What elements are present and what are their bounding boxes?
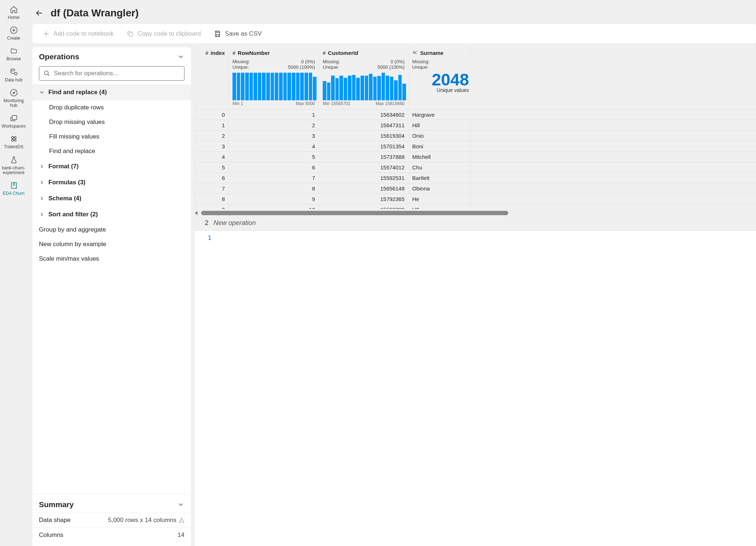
summary-label: Columns: [39, 531, 63, 539]
nav-label: Workspaces: [2, 124, 26, 129]
svg-point-11: [44, 71, 48, 75]
cell-customerid: 15592389: [319, 204, 409, 209]
histogram-bar: [356, 78, 360, 100]
table-row[interactable]: 91015592389H?: [195, 204, 756, 209]
code-editor[interactable]: 1: [195, 230, 756, 546]
cell-rownumber: 6: [229, 162, 319, 172]
stats-customerid: Missing:0 (0%) Unique:5000 (100%): [319, 57, 409, 71]
group-label: Find and replace (4): [48, 89, 107, 96]
step-number: 2: [205, 219, 208, 227]
page-title: df (Data Wrangler): [51, 7, 139, 19]
histogram-bar: [254, 73, 257, 100]
group-find-replace[interactable]: Find and replace (4): [32, 84, 191, 100]
histogram-bar: [266, 73, 270, 100]
histogram-bar: [331, 76, 335, 100]
operations-collapse[interactable]: [177, 53, 184, 60]
histogram-bar: [262, 73, 266, 100]
title-bar: df (Data Wrangler): [27, 0, 756, 24]
op-group-by[interactable]: Group by and aggregate: [32, 222, 191, 237]
histogram-bar: [348, 76, 351, 100]
histogram-rownumber: [229, 71, 319, 100]
col-header-rownumber[interactable]: #RowNumber: [229, 47, 319, 57]
horizontal-scrollbar[interactable]: [195, 210, 756, 216]
nav-item-home[interactable]: Home: [1, 3, 26, 22]
cell-customerid: 15574012: [319, 162, 409, 172]
cell-rownumber: 1: [229, 109, 319, 120]
op-scale-minmax[interactable]: Scale min/max values: [32, 252, 191, 266]
button-label: Copy code to clipboard: [138, 30, 201, 37]
data-rows: 0115634602Hargrave1215647311Hill23156193…: [195, 109, 756, 209]
col-header-index[interactable]: #index: [195, 47, 229, 57]
vertical-nav: Home Create Browse Data hub Monitoring h…: [0, 0, 27, 546]
table-row[interactable]: 5615574012Chu: [195, 162, 756, 172]
cell-rownumber: 10: [229, 204, 319, 209]
op-fill-missing[interactable]: Fill missing values: [32, 129, 191, 144]
nav-label: Browse: [6, 57, 21, 61]
beaker-icon: [10, 156, 18, 164]
group-sort-filter[interactable]: Sort and filter (2): [32, 206, 191, 222]
operations-search[interactable]: [39, 66, 184, 81]
cell-rownumber: 3: [229, 131, 319, 141]
cell-customerid: 15592531: [319, 173, 409, 183]
chevron-right-icon: [39, 196, 45, 201]
svg-rect-10: [129, 33, 133, 36]
cell-surname: Bartlett: [409, 173, 470, 183]
group-schema[interactable]: Schema (4): [32, 190, 191, 206]
button-label: Save as CSV: [225, 30, 262, 37]
group-format[interactable]: Format (7): [32, 158, 191, 174]
op-new-column-example[interactable]: New column by example: [32, 237, 191, 252]
chevron-down-icon: [39, 89, 45, 95]
table-row[interactable]: 7815656148Obinna: [195, 183, 756, 193]
svg-point-8: [14, 139, 16, 141]
save-icon: [214, 30, 221, 37]
nav-item-datahub[interactable]: Data hub: [1, 65, 26, 85]
database-icon: [10, 68, 18, 76]
table-row[interactable]: 3415701354Boni: [195, 141, 756, 151]
nav-item-create[interactable]: Create: [1, 24, 26, 43]
plus-circle-icon: [10, 26, 18, 35]
copy-code-button[interactable]: Copy code to clipboard: [127, 30, 201, 37]
table-row[interactable]: 0115634602Hargrave: [195, 109, 756, 120]
col-header-surname[interactable]: Surname: [409, 47, 470, 57]
nav-item-bank-churn[interactable]: bank-churn-experiment: [1, 153, 26, 177]
cell-rownumber: 8: [229, 183, 319, 193]
stats-rownumber: Missing:0 (0%) Unique:5000 (100%): [229, 57, 319, 71]
cell-rownumber: 5: [229, 152, 319, 162]
home-icon: [10, 5, 18, 14]
summary-data-shape: Data shape 5,000 rows x 14 columns: [32, 513, 191, 527]
stats-surname: Missing: Unique:: [409, 57, 470, 71]
summary-section: Summary Data shape 5,000 rows x 14 colum…: [32, 494, 191, 546]
histogram-bar: [327, 83, 331, 100]
add-code-button[interactable]: Add code to notebook: [43, 30, 114, 37]
scroll-thumb[interactable]: [201, 211, 508, 215]
cell-index: 5: [195, 162, 229, 172]
nav-item-browse[interactable]: Browse: [1, 44, 26, 64]
histogram-bar: [365, 76, 369, 100]
table-row[interactable]: 1215647311Hill: [195, 120, 756, 130]
save-csv-button[interactable]: Save as CSV: [214, 30, 262, 37]
op-drop-missing[interactable]: Drop missing values: [32, 115, 191, 129]
op-find-replace[interactable]: Find and replace: [32, 144, 191, 158]
nav-item-monitoring[interactable]: Monitoring hub: [1, 86, 26, 110]
cell-index: 1: [195, 120, 229, 130]
editor-body[interactable]: [215, 231, 756, 546]
group-formulas[interactable]: Formulas (3): [32, 174, 191, 190]
nav-item-workspaces[interactable]: Workspaces: [1, 112, 26, 131]
search-input[interactable]: [54, 70, 180, 77]
nav-item-tridentds[interactable]: TridentDS: [1, 132, 26, 152]
back-button[interactable]: [35, 8, 44, 18]
compass-icon: [10, 88, 18, 97]
col-header-customerid[interactable]: #CustomerId: [319, 47, 409, 57]
group-label: Schema (4): [48, 195, 81, 202]
copy-icon: [127, 30, 134, 37]
cell-surname: H?: [409, 204, 470, 209]
table-row[interactable]: 6715592531Bartlett: [195, 172, 756, 183]
nav-item-eda-churn[interactable]: EDA Churn: [1, 179, 26, 198]
cell-customerid: 15701354: [319, 141, 409, 151]
table-row[interactable]: 2315619304Onio: [195, 130, 756, 141]
table-row[interactable]: 4515737888Mitchell: [195, 151, 756, 162]
histogram-bar: [309, 73, 313, 100]
summary-collapse[interactable]: [177, 501, 184, 508]
op-drop-duplicate[interactable]: Drop duplicate rows: [32, 100, 191, 115]
table-row[interactable]: 8915792365He: [195, 193, 756, 204]
